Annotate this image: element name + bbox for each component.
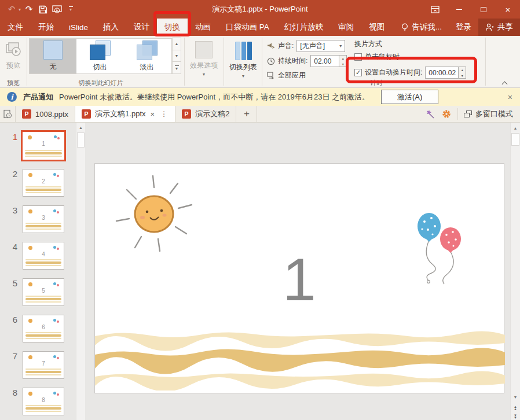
sound-icon [267,42,275,50]
slide-thumbnail-4[interactable]: 4 [23,242,64,270]
login-button[interactable]: 登录 [449,19,478,36]
notice-close-button[interactable]: × [508,93,512,102]
multi-window-mode-button[interactable]: 多窗口模式 [462,109,515,119]
previous-slide-button[interactable]: ▲▲ [511,404,520,411]
multi-window-icon [464,110,472,117]
redo-button[interactable]: ↷ [23,2,35,16]
auto-advance-time-spinner[interactable]: 00:00.02 ▴ ▾ [425,67,466,79]
mini-sun-icon [28,319,32,323]
ribbon-display-options-button[interactable] [423,0,447,19]
scroll-down-button[interactable]: ▼ [511,392,520,401]
transition-fade[interactable]: 淡出 [123,39,170,73]
thumbnail-row-7: 7 7 [3,351,64,379]
tab-file[interactable]: 文件 [0,19,31,36]
maximize-button[interactable] [471,0,496,19]
kebab-icon: ⋮ [160,110,167,118]
group-separator [485,38,486,86]
scroll-down-icon: ▼ [175,54,179,58]
scrollbar-thumb[interactable] [77,132,85,148]
slide-thumbnail-7[interactable]: 7 [23,351,64,379]
mini-balloon-icon [57,211,59,213]
powerpoint-file-icon: P [82,109,91,119]
scroll-up-button[interactable]: ▲ [76,123,85,132]
doc-tab-presentation2[interactable]: P 演示文稿2 [175,106,236,122]
activate-button[interactable]: 激活(A) [381,90,438,104]
tab-home[interactable]: 开始 [31,19,61,36]
duration-spinner[interactable]: 02.00 ▴ ▾ [310,55,347,67]
tell-me-button[interactable]: 告诉我... [394,19,449,36]
settings-gear-button[interactable] [439,106,454,121]
auto-advance-spin-buttons[interactable]: ▴ ▾ [459,67,466,79]
save-icon [39,5,47,14]
share-button[interactable]: 共享 [478,19,520,36]
slide-number-label: 5 [3,278,17,306]
duration-spin-buttons[interactable]: ▴ ▾ [339,55,347,67]
mini-waves [25,332,61,341]
minimize-button[interactable] [447,0,471,19]
tab-slideshow[interactable]: 幻灯片放映 [277,19,331,36]
auto-advance-label: 设置自动换片时间: [365,68,422,78]
title-bar: ↶ ▾ ↷ ▾ 演示文稿1.pptx - PowerPoint × [0,0,520,19]
thumbnail-row-5: 5 5 [3,278,64,306]
next-slide-button[interactable]: ▼▼ [511,412,520,420]
scroll-up-button[interactable]: ▲ [511,123,520,132]
close-button[interactable]: × [496,0,520,19]
doc-tab-presentation1[interactable]: P 演示文稿1.pptx × ⋮ [75,106,175,122]
gallery-more-button[interactable]: ▼ [172,61,181,74]
start-slideshow-icon [52,5,62,14]
save-button[interactable] [37,2,49,16]
transition-none[interactable]: 无 [30,39,76,73]
tab-pocket-animation[interactable]: 口袋动画 PA [218,19,277,36]
undo-dropdown-icon[interactable]: ▾ [19,7,21,12]
gallery-scroll-down-button[interactable]: ▼ [172,50,181,62]
recent-files-button[interactable] [0,106,16,122]
mini-sun-icon [28,246,32,250]
mini-balloon-icon [53,209,56,212]
effect-options-button[interactable]: 效果选项 ▾ [186,38,221,78]
doc-tab-1008[interactable]: P 1008.pptx [16,106,75,122]
slide-canvas[interactable]: 1 [94,163,504,393]
undo-button[interactable]: ↶ [6,2,17,16]
group-separator [27,38,27,86]
redo-icon: ↷ [25,4,33,14]
customize-qat-button[interactable]: ▾ [65,2,76,16]
slide-thumbnail-8[interactable]: 8 [23,388,64,415]
sound-dropdown[interactable]: [无声音] ▾ [296,40,345,52]
slide-thumbnail-3[interactable]: 3 [23,205,64,233]
mini-sun-icon [28,392,32,396]
magic-wand-button[interactable] [423,106,438,121]
tab-animations[interactable]: 动画 [188,19,218,36]
thumbnail-row-4: 4 4 [3,242,64,270]
tab-islide[interactable]: iSlide [61,19,96,36]
collapse-ribbon-button[interactable] [503,80,507,88]
preview-button[interactable]: 预览 [1,38,25,78]
slide-thumbnail-5[interactable]: 5 [23,278,64,306]
slide-thumbnail-1[interactable]: 1 [21,130,66,161]
slide-number-label: 2 [3,169,17,197]
sound-value: [无声音] [300,41,325,51]
mini-sun-icon [28,282,32,286]
slide-thumbnail-2[interactable]: 2 [23,169,64,197]
new-tab-button[interactable]: + [236,106,257,122]
slide-thumbnail-6[interactable]: 6 [23,315,64,342]
transition-list-label: 切换列表 [229,62,257,72]
tab-transitions[interactable]: 切换 [157,19,188,36]
lightbulb-icon [401,23,408,32]
scrollbar-thumb[interactable] [511,133,519,146]
mini-sun-icon [28,135,32,139]
on-mouse-click-checkbox[interactable] [354,53,362,61]
auto-advance-checkbox[interactable]: ✓ [354,69,362,76]
transition-list-button[interactable]: 切换列表 ▾ [226,38,260,78]
tab-review[interactable]: 审阅 [331,19,361,36]
thumbnail-panel-scrollbar[interactable]: ▲ [76,123,85,420]
doc-tab-close-button[interactable]: × [150,110,156,119]
start-slideshow-button[interactable] [51,2,63,16]
mini-balloon-icon [57,137,60,139]
tab-view[interactable]: 视图 [361,19,392,36]
tab-insert[interactable]: 插入 [96,19,126,36]
tab-design[interactable]: 设计 [126,19,157,36]
transition-cut[interactable]: 切出 [76,39,123,73]
vertical-scrollbar[interactable]: ▲ ▼ ▲▲ ▼▼ [510,123,520,420]
doc-tab-menu-button[interactable]: ⋮ [159,110,169,118]
gallery-scroll-up-button[interactable]: ▲ [172,38,181,50]
